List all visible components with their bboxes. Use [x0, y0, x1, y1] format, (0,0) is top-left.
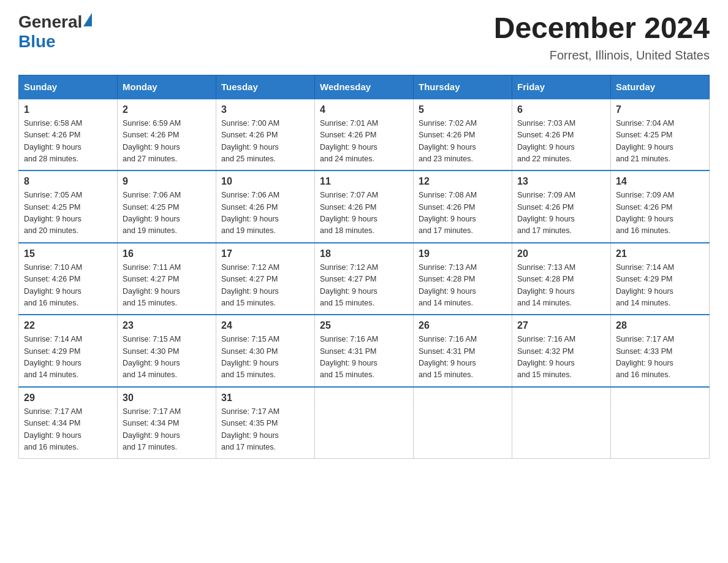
day-info: Sunrise: 7:17 AM Sunset: 4:34 PM Dayligh… — [24, 406, 112, 454]
logo: General Blue — [18, 12, 92, 52]
day-info: Sunrise: 7:12 AM Sunset: 4:27 PM Dayligh… — [320, 262, 408, 310]
day-info: Sunrise: 7:03 AM Sunset: 4:26 PM Dayligh… — [517, 118, 605, 166]
day-info: Sunrise: 7:16 AM Sunset: 4:31 PM Dayligh… — [419, 334, 507, 381]
day-info: Sunrise: 7:14 AM Sunset: 4:29 PM Dayligh… — [24, 334, 112, 381]
day-number: 18 — [320, 248, 408, 259]
day-info: Sunrise: 7:02 AM Sunset: 4:26 PM Dayligh… — [419, 118, 507, 166]
calendar-subtitle: Forrest, Illinois, United States — [494, 48, 710, 63]
calendar-day-cell: 2 Sunrise: 6:59 AM Sunset: 4:26 PM Dayli… — [118, 99, 216, 171]
calendar-day-cell: 11 Sunrise: 7:07 AM Sunset: 4:26 PM Dayl… — [315, 170, 414, 243]
calendar-day-cell: 26 Sunrise: 7:16 AM Sunset: 4:31 PM Dayl… — [414, 315, 512, 387]
day-number: 7 — [616, 104, 704, 115]
calendar-day-cell: 13 Sunrise: 7:09 AM Sunset: 4:26 PM Dayl… — [512, 170, 611, 243]
day-number: 12 — [419, 176, 507, 187]
logo-blue: Blue — [18, 32, 56, 51]
weekday-header-saturday: Saturday — [611, 75, 710, 99]
calendar-day-cell: 27 Sunrise: 7:16 AM Sunset: 4:32 PM Dayl… — [512, 315, 611, 387]
calendar-week-row: 22 Sunrise: 7:14 AM Sunset: 4:29 PM Dayl… — [19, 315, 710, 387]
calendar-empty-cell — [315, 387, 414, 459]
day-number: 2 — [123, 104, 211, 115]
calendar-day-cell: 20 Sunrise: 7:13 AM Sunset: 4:28 PM Dayl… — [512, 243, 611, 315]
weekday-header-sunday: Sunday — [19, 75, 118, 99]
day-number: 10 — [221, 176, 309, 187]
day-info: Sunrise: 6:59 AM Sunset: 4:26 PM Dayligh… — [123, 118, 211, 166]
calendar-day-cell: 19 Sunrise: 7:13 AM Sunset: 4:28 PM Dayl… — [414, 243, 512, 315]
day-number: 15 — [24, 248, 112, 259]
day-info: Sunrise: 7:07 AM Sunset: 4:26 PM Dayligh… — [320, 190, 408, 237]
calendar-empty-cell — [611, 387, 710, 459]
day-number: 25 — [320, 320, 408, 331]
weekday-header-thursday: Thursday — [414, 75, 512, 99]
day-info: Sunrise: 7:06 AM Sunset: 4:26 PM Dayligh… — [221, 190, 309, 237]
day-number: 24 — [221, 320, 309, 331]
day-info: Sunrise: 7:16 AM Sunset: 4:32 PM Dayligh… — [517, 334, 605, 381]
day-info: Sunrise: 7:12 AM Sunset: 4:27 PM Dayligh… — [221, 262, 309, 310]
title-section: December 2024 Forrest, Illinois, United … — [494, 12, 710, 63]
calendar-empty-cell — [414, 387, 512, 459]
day-info: Sunrise: 7:17 AM Sunset: 4:35 PM Dayligh… — [221, 406, 309, 454]
calendar-day-cell: 5 Sunrise: 7:02 AM Sunset: 4:26 PM Dayli… — [414, 99, 512, 171]
calendar-day-cell: 18 Sunrise: 7:12 AM Sunset: 4:27 PM Dayl… — [315, 243, 414, 315]
calendar-day-cell: 12 Sunrise: 7:08 AM Sunset: 4:26 PM Dayl… — [414, 170, 512, 243]
calendar-day-cell: 25 Sunrise: 7:16 AM Sunset: 4:31 PM Dayl… — [315, 315, 414, 387]
calendar-day-cell: 3 Sunrise: 7:00 AM Sunset: 4:26 PM Dayli… — [216, 99, 315, 171]
calendar-week-row: 29 Sunrise: 7:17 AM Sunset: 4:34 PM Dayl… — [19, 387, 710, 459]
day-number: 26 — [419, 320, 507, 331]
day-number: 5 — [419, 104, 507, 115]
calendar-day-cell: 30 Sunrise: 7:17 AM Sunset: 4:34 PM Dayl… — [118, 387, 216, 459]
day-number: 3 — [221, 104, 309, 115]
calendar-day-cell: 7 Sunrise: 7:04 AM Sunset: 4:25 PM Dayli… — [611, 99, 710, 171]
weekday-header-friday: Friday — [512, 75, 611, 99]
day-number: 29 — [24, 393, 112, 404]
day-number: 27 — [517, 320, 605, 331]
calendar-week-row: 8 Sunrise: 7:05 AM Sunset: 4:25 PM Dayli… — [19, 170, 710, 243]
calendar-day-cell: 15 Sunrise: 7:10 AM Sunset: 4:26 PM Dayl… — [19, 243, 118, 315]
day-number: 21 — [616, 248, 704, 259]
day-info: Sunrise: 7:11 AM Sunset: 4:27 PM Dayligh… — [123, 262, 211, 310]
day-number: 11 — [320, 176, 408, 187]
weekday-header-monday: Monday — [118, 75, 216, 99]
day-number: 23 — [123, 320, 211, 331]
day-info: Sunrise: 6:58 AM Sunset: 4:26 PM Dayligh… — [24, 118, 112, 166]
day-info: Sunrise: 7:14 AM Sunset: 4:29 PM Dayligh… — [616, 262, 704, 310]
day-number: 14 — [616, 176, 704, 187]
day-info: Sunrise: 7:15 AM Sunset: 4:30 PM Dayligh… — [123, 334, 211, 381]
day-number: 9 — [123, 176, 211, 187]
day-info: Sunrise: 7:17 AM Sunset: 4:33 PM Dayligh… — [616, 334, 704, 381]
day-info: Sunrise: 7:06 AM Sunset: 4:25 PM Dayligh… — [123, 190, 211, 237]
day-info: Sunrise: 7:17 AM Sunset: 4:34 PM Dayligh… — [123, 406, 211, 454]
weekday-header-wednesday: Wednesday — [315, 75, 414, 99]
day-number: 16 — [123, 248, 211, 259]
weekday-header-row: SundayMondayTuesdayWednesdayThursdayFrid… — [19, 75, 710, 99]
calendar-day-cell: 14 Sunrise: 7:09 AM Sunset: 4:26 PM Dayl… — [611, 170, 710, 243]
day-info: Sunrise: 7:13 AM Sunset: 4:28 PM Dayligh… — [517, 262, 605, 310]
calendar-day-cell: 21 Sunrise: 7:14 AM Sunset: 4:29 PM Dayl… — [611, 243, 710, 315]
calendar-title: December 2024 — [494, 12, 710, 45]
day-number: 19 — [419, 248, 507, 259]
calendar-day-cell: 1 Sunrise: 6:58 AM Sunset: 4:26 PM Dayli… — [19, 99, 118, 171]
day-number: 17 — [221, 248, 309, 259]
day-number: 31 — [221, 393, 309, 404]
calendar-day-cell: 22 Sunrise: 7:14 AM Sunset: 4:29 PM Dayl… — [19, 315, 118, 387]
logo-icon — [83, 13, 92, 26]
calendar-day-cell: 8 Sunrise: 7:05 AM Sunset: 4:25 PM Dayli… — [19, 170, 118, 243]
day-number: 20 — [517, 248, 605, 259]
day-info: Sunrise: 7:04 AM Sunset: 4:25 PM Dayligh… — [616, 118, 704, 166]
calendar-day-cell: 31 Sunrise: 7:17 AM Sunset: 4:35 PM Dayl… — [216, 387, 315, 459]
day-info: Sunrise: 7:16 AM Sunset: 4:31 PM Dayligh… — [320, 334, 408, 381]
calendar-day-cell: 9 Sunrise: 7:06 AM Sunset: 4:25 PM Dayli… — [118, 170, 216, 243]
day-info: Sunrise: 7:09 AM Sunset: 4:26 PM Dayligh… — [616, 190, 704, 237]
calendar-day-cell: 24 Sunrise: 7:15 AM Sunset: 4:30 PM Dayl… — [216, 315, 315, 387]
day-info: Sunrise: 7:13 AM Sunset: 4:28 PM Dayligh… — [419, 262, 507, 310]
calendar-day-cell: 28 Sunrise: 7:17 AM Sunset: 4:33 PM Dayl… — [611, 315, 710, 387]
day-info: Sunrise: 7:05 AM Sunset: 4:25 PM Dayligh… — [24, 190, 112, 237]
page-header: General Blue December 2024 Forrest, Illi… — [18, 12, 710, 63]
calendar-day-cell: 23 Sunrise: 7:15 AM Sunset: 4:30 PM Dayl… — [118, 315, 216, 387]
day-info: Sunrise: 7:09 AM Sunset: 4:26 PM Dayligh… — [517, 190, 605, 237]
day-info: Sunrise: 7:01 AM Sunset: 4:26 PM Dayligh… — [320, 118, 408, 166]
day-number: 28 — [616, 320, 704, 331]
logo-general: General — [18, 12, 82, 31]
calendar-day-cell: 17 Sunrise: 7:12 AM Sunset: 4:27 PM Dayl… — [216, 243, 315, 315]
day-number: 1 — [24, 104, 112, 115]
calendar-week-row: 1 Sunrise: 6:58 AM Sunset: 4:26 PM Dayli… — [19, 99, 710, 171]
